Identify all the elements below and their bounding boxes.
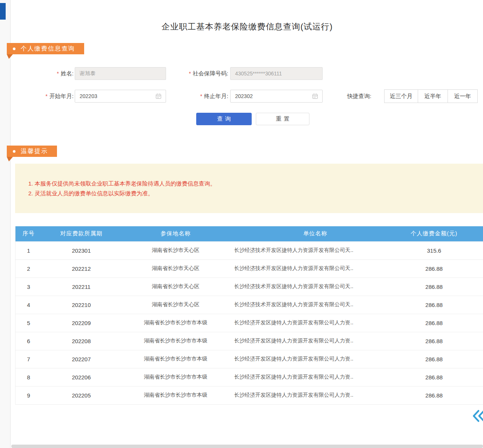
table-cell: 315.6 (400, 241, 483, 259)
table-cell: 湖南省长沙市天心区 (121, 259, 231, 278)
table-cell: 长沙经济开发区捷特人力资源开发有限公司人力资.. (231, 314, 400, 332)
calendar-icon[interactable] (155, 93, 162, 99)
table-cell: 8 (15, 368, 42, 386)
table-row: 4202210湖南省长沙市天心区长沙经济技术开发区捷特人力资源开发有限公司天..… (15, 296, 483, 314)
table-cell: 长沙经济技术开发区捷特人力资源开发有限公司天.. (231, 241, 400, 259)
table-cell: 湖南省长沙市天心区 (121, 241, 231, 259)
table-cell: 202205 (42, 386, 121, 404)
table-cell: 7 (15, 350, 42, 368)
table-row: 3202211湖南省长沙市天心区长沙经济技术开发区捷特人力资源开发有限公司天..… (15, 278, 483, 296)
ssn-field[interactable] (230, 67, 323, 80)
tips-notice-box: 1. 本服务仅提供尚未领取企业职工基本养老保险待遇人员的缴费信息查询。 2. 灵… (15, 164, 483, 213)
section-header-personal-payment-query: 个人缴费信息查询 (7, 43, 84, 54)
table-cell: 长沙经济开发区捷特人力资源开发有限公司人力资.. (231, 386, 400, 404)
table-cell: 长沙经济技术开发区捷特人力资源开发有限公司天.. (231, 278, 400, 296)
section-title: 温馨提示 (21, 147, 48, 155)
col-header-amount: 个人缴费金额(元) (400, 226, 483, 241)
bullet-icon (13, 48, 15, 50)
quick-half-year-button[interactable]: 近半年 (418, 89, 448, 103)
table-cell: 2 (15, 259, 42, 278)
results-table-body: 1202301湖南省长沙市天心区长沙经济技术开发区捷特人力资源开发有限公司天..… (15, 241, 483, 404)
required-mark: * (200, 93, 202, 99)
table-cell: 202212 (42, 259, 121, 278)
table-cell: 286.88 (400, 278, 483, 296)
table-cell: 202207 (42, 350, 121, 368)
table-cell: 202211 (42, 278, 121, 296)
table-row: 9202205湖南省长沙市长沙市市本级长沙经济开发区捷特人力资源开发有限公司人力… (15, 386, 483, 404)
table-row: 1202301湖南省长沙市天心区长沙经济技术开发区捷特人力资源开发有限公司天..… (15, 241, 483, 259)
table-cell: 286.88 (400, 296, 483, 314)
table-cell: 湖南省长沙市长沙市市本级 (121, 314, 231, 332)
pension-query-page: 企业职工基本养老保险缴费信息查询(试运行) 个人缴费信息查询 *姓名: *社会保… (0, 0, 483, 448)
table-cell: 286.88 (400, 259, 483, 278)
table-row: 6202208湖南省长沙市长沙市市本级长沙经济开发区捷特人力资源开发有限公司人力… (15, 332, 483, 350)
name-label: *姓名: (34, 67, 74, 80)
name-field[interactable] (75, 67, 166, 80)
horizontal-scrollbar[interactable] (11, 445, 483, 448)
query-button[interactable]: 查询 (196, 113, 252, 125)
table-cell: 湖南省长沙市天心区 (121, 296, 231, 314)
double-chevron-left-icon[interactable] (472, 409, 483, 423)
table-cell: 湖南省长沙市长沙市市本级 (121, 368, 231, 386)
table-cell: 286.88 (400, 350, 483, 368)
table-cell: 长沙经济技术开发区捷特人力资源开发有限公司天.. (231, 259, 400, 278)
table-cell: 6 (15, 332, 42, 350)
table-cell: 286.88 (400, 386, 483, 404)
table-row: 2202212湖南省长沙市天心区长沙经济技术开发区捷特人力资源开发有限公司天..… (15, 259, 483, 278)
table-cell: 202209 (42, 314, 121, 332)
table-cell: 长沙经济开发区捷特人力资源开发有限公司人力资.. (231, 332, 400, 350)
table-cell: 202210 (42, 296, 121, 314)
table-row: 5202209湖南省长沙市长沙市市本级长沙经济开发区捷特人力资源开发有限公司人力… (15, 314, 483, 332)
start-month-label: *开始年月: (32, 90, 74, 103)
left-rail (0, 0, 11, 448)
quick-query-label: 快捷查询: (347, 90, 382, 103)
table-cell: 长沙经济开发区捷特人力资源开发有限公司人力资.. (231, 350, 400, 368)
table-cell: 202301 (42, 241, 121, 259)
table-cell: 1 (15, 241, 42, 259)
bullet-icon (13, 150, 15, 153)
required-mark: * (57, 71, 58, 77)
tip-line: 1. 本服务仅提供尚未领取企业职工基本养老保险待遇人员的缴费信息查询。 (28, 179, 472, 189)
reset-button[interactable]: 重置 (256, 113, 309, 125)
table-cell: 4 (15, 296, 42, 314)
sidebar-corner-block (0, 3, 6, 20)
table-cell: 286.88 (400, 314, 483, 332)
table-row: 7202207湖南省长沙市长沙市市本级长沙经济开发区捷特人力资源开发有限公司人力… (15, 350, 483, 368)
col-header-index: 序号 (15, 226, 42, 241)
ssn-label: *社会保障号码: (166, 67, 228, 80)
col-header-insured-place: 参保地名称 (121, 226, 231, 241)
calendar-icon[interactable] (312, 93, 318, 99)
section-header-tips: 温馨提示 (7, 146, 57, 157)
page-title: 企业职工基本养老保险缴费信息查询(试运行) (11, 21, 483, 32)
col-header-company: 单位名称 (231, 226, 400, 241)
section-title: 个人缴费信息查询 (21, 45, 75, 53)
table-cell: 286.88 (400, 368, 483, 386)
start-month-field[interactable] (75, 90, 166, 103)
table-row: 8202206湖南省长沙市长沙市市本级长沙经济开发区捷特人力资源开发有限公司人力… (15, 368, 483, 386)
required-mark: * (189, 71, 191, 77)
table-cell: 202206 (42, 368, 121, 386)
table-cell: 长沙经济开发区捷特人力资源开发有限公司人力资.. (231, 368, 400, 386)
table-cell: 202208 (42, 332, 121, 350)
table-cell: 286.88 (400, 332, 483, 350)
col-header-period: 对应费款所属期 (42, 226, 121, 241)
required-mark: * (45, 93, 47, 99)
results-table-header: 序号 对应费款所属期 参保地名称 单位名称 个人缴费金额(元) (15, 226, 483, 241)
quick-3-months-button[interactable]: 近三个月 (384, 89, 418, 103)
table-cell: 湖南省长沙市长沙市市本级 (121, 350, 231, 368)
end-month-label: *终止年月: (187, 90, 228, 103)
tip-line: 2. 灵活就业人员的缴费单位信息以实际缴费为准。 (28, 189, 472, 198)
results-table: 序号 对应费款所属期 参保地名称 单位名称 个人缴费金额(元) 1202301湖… (15, 226, 483, 405)
quick-one-year-button[interactable]: 近一年 (448, 89, 478, 103)
end-month-field[interactable] (230, 90, 323, 103)
table-cell: 湖南省长沙市天心区 (121, 278, 231, 296)
quick-query-group: 近三个月 近半年 近一年 (384, 89, 478, 103)
table-cell: 长沙经济技术开发区捷特人力资源开发有限公司天.. (231, 296, 400, 314)
table-cell: 5 (15, 314, 42, 332)
table-cell: 湖南省长沙市长沙市市本级 (121, 386, 231, 404)
table-cell: 3 (15, 278, 42, 296)
table-cell: 9 (15, 386, 42, 404)
table-cell: 湖南省长沙市长沙市市本级 (121, 332, 231, 350)
